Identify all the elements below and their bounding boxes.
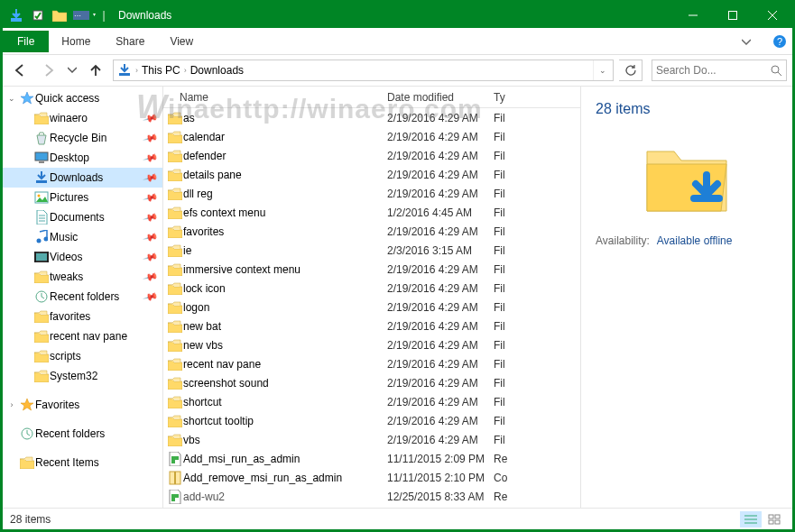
file-row[interactable]: new vbs2/19/2016 4:29 AMFil bbox=[163, 335, 580, 354]
address-dropdown-icon[interactable]: ⌄ bbox=[593, 60, 611, 80]
tree-item-documents[interactable]: Documents📌 bbox=[3, 207, 162, 227]
tree-label: Recent Items bbox=[35, 456, 159, 469]
tree-item-music[interactable]: Music📌 bbox=[3, 227, 162, 247]
file-row[interactable]: logon2/19/2016 4:29 AMFil bbox=[163, 298, 580, 316]
file-row[interactable]: shortcut tooltip2/19/2016 4:29 AMFil bbox=[163, 411, 580, 430]
folder-icon bbox=[33, 310, 50, 323]
status-item-count: 28 items bbox=[10, 513, 51, 526]
tree-item-videos[interactable]: Videos📌 bbox=[3, 247, 162, 267]
tree-item-recycle-bin[interactable]: Recycle Bin📌 bbox=[3, 128, 162, 148]
large-icons-view-button[interactable] bbox=[763, 511, 785, 527]
tree-quick-access[interactable]: ⌄Quick access bbox=[3, 88, 162, 108]
file-type: Fil bbox=[494, 434, 530, 446]
details-pane: 28 items Availability: Available offline bbox=[580, 87, 792, 508]
file-row[interactable]: new bat2/19/2016 4:29 AMFil bbox=[163, 316, 580, 335]
svg-rect-34 bbox=[175, 494, 179, 498]
tree-item-recent-nav-pane[interactable]: recent nav pane bbox=[3, 326, 162, 346]
file-row[interactable]: ie2/3/2016 3:15 AMFil bbox=[163, 241, 580, 260]
file-name: new vbs bbox=[183, 339, 387, 352]
breadcrumb-this-pc[interactable]: This PC bbox=[140, 60, 184, 80]
svg-rect-14 bbox=[36, 180, 47, 183]
maximize-button[interactable] bbox=[713, 3, 753, 28]
file-row[interactable]: shortcut2/19/2016 4:29 AMFil bbox=[163, 392, 580, 411]
file-date: 1/2/2016 4:45 AM bbox=[387, 206, 494, 219]
folder-icon bbox=[33, 330, 50, 343]
search-box[interactable]: Search Do... bbox=[652, 60, 787, 81]
file-name: shortcut bbox=[183, 396, 387, 408]
close-button[interactable] bbox=[753, 3, 792, 28]
tab-view[interactable]: View bbox=[157, 28, 206, 54]
file-list[interactable]: as2/19/2016 4:29 AMFilcalendar2/19/2016 … bbox=[163, 108, 580, 508]
navigation-pane: ⌄Quick accesswinaero📌Recycle Bin📌Desktop… bbox=[3, 87, 163, 508]
tree-item-scripts[interactable]: scripts bbox=[3, 346, 162, 366]
tree-item-desktop[interactable]: Desktop📌 bbox=[3, 148, 162, 168]
svg-rect-9 bbox=[119, 73, 130, 76]
file-name: recent nav pane bbox=[183, 358, 387, 371]
file-name: logon bbox=[183, 301, 387, 314]
qat-downloads-icon[interactable] bbox=[6, 5, 26, 25]
recent-locations-button[interactable] bbox=[66, 59, 79, 82]
file-row[interactable]: defender2/19/2016 4:29 AMFil bbox=[163, 146, 580, 165]
chevron-icon[interactable]: › bbox=[5, 400, 19, 409]
file-row[interactable]: calendar2/19/2016 4:29 AMFil bbox=[163, 127, 580, 146]
qat-new-folder-icon[interactable] bbox=[50, 5, 69, 25]
file-row[interactable]: recent nav pane2/19/2016 4:29 AMFil bbox=[163, 354, 580, 373]
up-button[interactable] bbox=[84, 59, 107, 82]
minimize-button[interactable] bbox=[673, 3, 713, 28]
tab-home[interactable]: Home bbox=[49, 28, 103, 54]
availability-label: Availability: bbox=[596, 234, 650, 247]
address-downloads-icon[interactable] bbox=[116, 60, 135, 80]
qat-properties-icon[interactable] bbox=[28, 5, 48, 25]
address-bar[interactable]: › This PC › Downloads ⌄ bbox=[113, 60, 614, 81]
qat-customize-icon[interactable]: ⋯ bbox=[71, 5, 98, 25]
qat-separator: | bbox=[100, 5, 107, 25]
svg-point-10 bbox=[772, 66, 779, 73]
tree-label: Recent folders bbox=[35, 427, 159, 440]
file-date: 2/19/2016 4:29 AM bbox=[387, 112, 494, 124]
tree-item-winaero[interactable]: winaero📌 bbox=[3, 108, 162, 128]
column-date[interactable]: Date modified bbox=[387, 91, 494, 104]
file-row[interactable]: as2/19/2016 4:29 AMFil bbox=[163, 108, 580, 127]
forward-button[interactable] bbox=[37, 59, 60, 82]
tree-item-tweaks[interactable]: tweaks📌 bbox=[3, 267, 162, 287]
tree-favorites[interactable]: ›Favorites bbox=[3, 395, 162, 415]
tab-share[interactable]: Share bbox=[103, 28, 157, 54]
file-menu[interactable]: File bbox=[3, 31, 49, 52]
back-button[interactable] bbox=[8, 59, 32, 82]
details-view-button[interactable] bbox=[740, 511, 762, 527]
svg-rect-28 bbox=[171, 456, 175, 460]
file-name: vbs bbox=[183, 434, 387, 446]
tree-recent-items[interactable]: Recent Items bbox=[3, 453, 162, 472]
file-type: Fil bbox=[494, 358, 530, 371]
file-row[interactable]: efs context menu1/2/2016 4:45 AMFil bbox=[163, 203, 580, 222]
refresh-button[interactable] bbox=[619, 60, 642, 81]
tree-recent-folders[interactable]: Recent folders bbox=[3, 424, 162, 444]
tree-item-downloads[interactable]: Downloads📌 bbox=[3, 168, 162, 188]
file-date: 11/11/2015 2:09 PM bbox=[387, 453, 494, 465]
breadcrumb-downloads[interactable]: Downloads bbox=[189, 60, 247, 80]
folder-icon bbox=[167, 188, 183, 200]
chevron-icon[interactable]: ⌄ bbox=[5, 94, 19, 103]
file-row[interactable]: vbs2/19/2016 4:29 AMFil bbox=[163, 430, 580, 449]
file-name: shortcut tooltip bbox=[183, 415, 387, 427]
file-row[interactable]: add-wu212/25/2015 8:33 AMRe bbox=[163, 487, 580, 506]
column-type[interactable]: Ty bbox=[494, 91, 530, 104]
file-row[interactable]: Add_msi_run_as_admin11/11/2015 2:09 PMRe bbox=[163, 449, 580, 468]
file-row[interactable]: screenshot sound2/19/2016 4:29 AMFil bbox=[163, 373, 580, 392]
file-row[interactable]: lock icon2/19/2016 4:29 AMFil bbox=[163, 279, 580, 298]
ribbon-expand-icon[interactable] bbox=[742, 37, 767, 46]
tree-item-recent-folders[interactable]: Recent folders📌 bbox=[3, 287, 162, 307]
file-row[interactable]: favorites2/19/2016 4:29 AMFil bbox=[163, 222, 580, 241]
svg-rect-33 bbox=[171, 494, 175, 498]
column-name[interactable]: Name bbox=[180, 91, 387, 104]
file-row[interactable]: dll reg2/19/2016 4:29 AMFil bbox=[163, 184, 580, 203]
file-date: 2/19/2016 4:29 AM bbox=[387, 282, 494, 295]
file-row[interactable]: immersive context menu2/19/2016 4:29 AMF… bbox=[163, 260, 580, 279]
tree-item-system32[interactable]: System32 bbox=[3, 366, 162, 386]
file-row[interactable]: Add_remove_msi_run_as_admin11/11/2015 2:… bbox=[163, 468, 580, 487]
tree-item-favorites[interactable]: favorites bbox=[3, 307, 162, 326]
file-row[interactable]: details pane2/19/2016 4:29 AMFil bbox=[163, 165, 580, 184]
file-type: Fil bbox=[494, 396, 530, 408]
tree-item-pictures[interactable]: Pictures📌 bbox=[3, 188, 162, 207]
help-button[interactable]: ? bbox=[767, 29, 792, 54]
